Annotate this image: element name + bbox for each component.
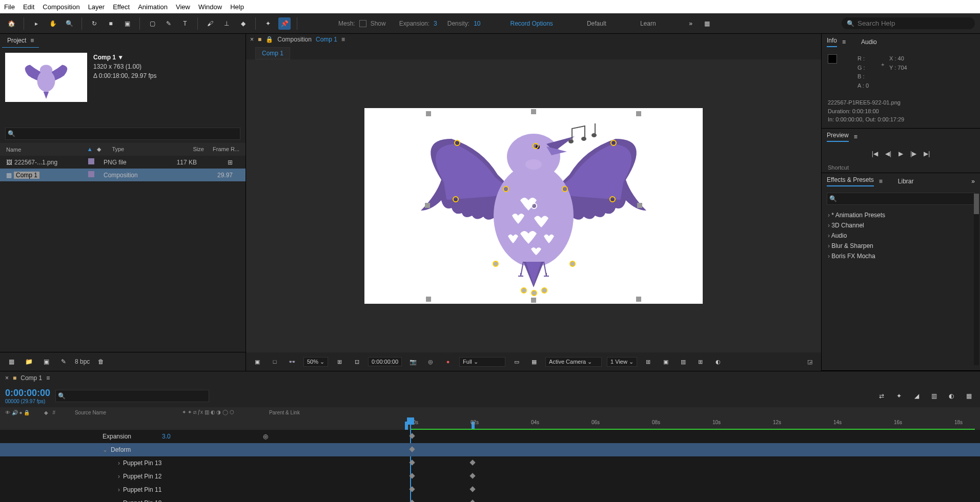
mesh-show-checkbox[interactable]	[359, 20, 366, 27]
menu-composition[interactable]: Composition	[43, 3, 79, 11]
selection-handle[interactable]	[425, 203, 430, 208]
menu-window[interactable]: Window	[198, 3, 222, 11]
effect-category[interactable]: * Animation Presets	[828, 210, 974, 220]
puppet-pin[interactable]	[521, 287, 527, 294]
snapshot-icon[interactable]: 📷	[407, 355, 419, 368]
expand-icon[interactable]: ›	[118, 459, 120, 467]
shape-tool-icon[interactable]: ▢	[146, 17, 158, 30]
interpret-footage-icon[interactable]: ▦	[5, 355, 17, 368]
menu-animation[interactable]: Animation	[138, 3, 168, 11]
viewer[interactable]	[246, 59, 821, 352]
layer-row-pin11[interactable]: › Puppet Pin 11	[0, 483, 980, 496]
help-search-input[interactable]	[858, 19, 970, 27]
exposure-icon[interactable]: ◐	[712, 355, 724, 368]
record-options-link[interactable]: Record Options	[511, 20, 553, 27]
flowchart-icon[interactable]: ⊞	[695, 355, 707, 368]
selection-handle[interactable]	[637, 203, 642, 208]
col-size[interactable]: Size	[171, 145, 206, 154]
scrollbar[interactable]	[974, 194, 979, 365]
panel-menu-icon[interactable]: ≡	[879, 178, 883, 185]
play-icon[interactable]: ▶	[899, 150, 903, 157]
panel-menu-icon[interactable]: ≡	[341, 36, 345, 43]
stamp-tool-icon[interactable]: ⊥	[220, 17, 233, 30]
menu-view[interactable]: View	[176, 3, 190, 11]
crumb-comp[interactable]: Comp 1	[316, 36, 337, 43]
timeline-ruler[interactable]: 00s 02s 04s 06s 08s 10s 12s 14s 16s 18s	[0, 417, 980, 430]
puppet-pin[interactable]	[531, 290, 537, 296]
selection-handle[interactable]	[636, 297, 641, 302]
resolution-dropdown[interactable]: Full ⌄	[459, 357, 505, 367]
expand-icon[interactable]: ›	[118, 499, 120, 502]
adjustment-icon[interactable]: ✎	[57, 355, 70, 368]
new-folder-icon[interactable]: 📁	[23, 355, 35, 368]
panel-menu-icon[interactable]: ≡	[46, 374, 50, 382]
info-tab[interactable]: Info	[827, 37, 837, 47]
graph-editor-icon[interactable]: ▦	[963, 390, 975, 402]
col-framerate[interactable]: Frame R...	[206, 145, 241, 154]
brush-tool-icon[interactable]: 🖌	[204, 17, 216, 30]
new-comp-icon[interactable]: ▣	[40, 355, 52, 368]
camera-dropdown[interactable]: Active Camera ⌄	[545, 357, 602, 367]
maximize-icon[interactable]: ◲	[804, 355, 816, 368]
expression-icon[interactable]: ◎	[263, 433, 268, 440]
puppet-pin[interactable]	[503, 186, 509, 192]
panel-menu-icon[interactable]: ≡	[30, 37, 34, 44]
project-search[interactable]: 🔍	[5, 128, 240, 140]
timeline-search[interactable]: 🔍	[55, 390, 209, 402]
library-tab[interactable]: Librar	[898, 178, 914, 185]
grid-icon[interactable]: ▦	[528, 355, 540, 368]
current-timecode[interactable]: 0:00:00:00	[5, 388, 50, 399]
menu-edit[interactable]: Edit	[23, 3, 34, 11]
menu-file[interactable]: File	[4, 3, 15, 11]
workspace-switcher-icon[interactable]: ▦	[701, 17, 713, 30]
project-row-png[interactable]: 🖼222567-...1.png PNG file 117 KB ⊞	[0, 156, 246, 169]
overflow-icon[interactable]: »	[971, 178, 975, 185]
selection-handle[interactable]	[426, 111, 431, 116]
puppet-pin[interactable]	[541, 287, 547, 294]
puppet-pin[interactable]	[533, 143, 539, 149]
flowchart-icon[interactable]: ⊞	[228, 159, 233, 166]
layer-row-deform[interactable]: ⌄ Deform	[0, 443, 980, 456]
timeline-ruler-area[interactable]: 00s 02s 04s 06s 08s 10s 12s 14s 16s 18s …	[0, 417, 980, 502]
toggle-mask-icon[interactable]: 👓	[286, 355, 298, 368]
puppet-pin[interactable]	[493, 261, 499, 267]
bpc-label[interactable]: 8 bpc	[75, 358, 90, 365]
panel-menu-icon[interactable]: ≡	[854, 133, 858, 140]
hand-tool-icon[interactable]: ✋	[47, 17, 59, 30]
comp-subtab[interactable]: Comp 1	[255, 47, 290, 59]
puppet-pin-tool-icon[interactable]: 📌	[278, 17, 291, 30]
effect-category[interactable]: 3D Channel	[828, 220, 974, 231]
timeline-tab[interactable]: Comp 1	[21, 374, 42, 382]
effects-tab[interactable]: Effects & Presets	[827, 176, 874, 186]
selection-handle[interactable]	[531, 298, 536, 303]
density-value[interactable]: 10	[474, 20, 480, 27]
expansion-value[interactable]: 3	[434, 20, 437, 27]
shy-icon[interactable]: ◢	[910, 390, 923, 402]
puppet-pin[interactable]	[610, 140, 617, 146]
layer-row-pin12[interactable]: › Puppet Pin 12	[0, 470, 980, 483]
resolution-icon[interactable]: ⊞	[333, 355, 345, 368]
menu-effect[interactable]: Effect	[113, 3, 130, 11]
workspace-learn[interactable]: Learn	[640, 20, 656, 27]
project-row-comp[interactable]: ▦Comp 1 Composition 29.97	[0, 169, 246, 181]
lock-icon[interactable]: 🔒	[266, 36, 273, 43]
pan-behind-tool-icon[interactable]: ▣	[121, 17, 133, 30]
text-tool-icon[interactable]: T	[179, 17, 191, 30]
panel-menu-icon[interactable]: ≡	[842, 38, 846, 46]
anchor-point[interactable]	[531, 203, 537, 209]
show-snapshot-icon[interactable]: ◎	[424, 355, 437, 368]
prev-frame-icon[interactable]: ◀|	[885, 150, 891, 157]
roto-tool-icon[interactable]: ✦	[262, 17, 274, 30]
toggle-pixel-icon[interactable]: ⊞	[642, 355, 655, 368]
menu-layer[interactable]: Layer	[88, 3, 105, 11]
3d-icon[interactable]: ▣	[660, 355, 672, 368]
effects-search[interactable]: 🔍	[827, 193, 975, 205]
toggle-transparency-icon[interactable]: □	[269, 355, 281, 368]
selection-handle[interactable]	[426, 297, 431, 302]
puppet-pin[interactable]	[453, 196, 459, 202]
col-label-icon[interactable]: ◆	[95, 145, 110, 154]
canvas[interactable]	[364, 108, 703, 304]
project-tab[interactable]: Project ≡	[2, 34, 39, 48]
first-frame-icon[interactable]: |◀	[872, 150, 878, 157]
help-search[interactable]: 🔍	[842, 17, 975, 29]
